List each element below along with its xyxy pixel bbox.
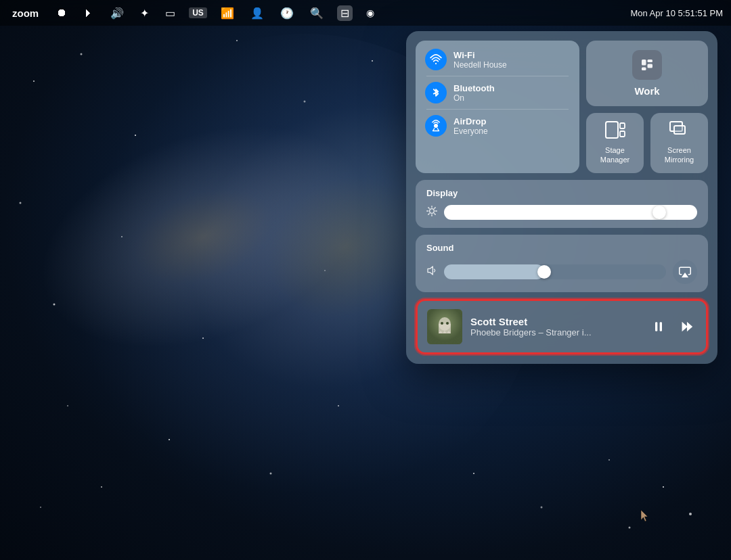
svg-point-23: [435, 63, 437, 64]
stage-manager-icon: [605, 121, 625, 141]
bluetooth-text: Bluetooth On: [453, 83, 495, 103]
svg-point-8: [202, 337, 204, 339]
svg-point-7: [53, 304, 56, 306]
volume-fill: [444, 264, 544, 279]
svg-marker-43: [428, 266, 433, 275]
svg-rect-53: [660, 322, 662, 331]
svg-line-40: [435, 214, 435, 214]
volume-icon[interactable]: 🔊: [108, 5, 127, 21]
battery-icon[interactable]: ▭: [162, 5, 178, 21]
menubar-time: Mon Apr 10 5:51:51 PM: [630, 8, 723, 18]
sound-section: Sound: [416, 235, 708, 292]
now-playing-controls: [649, 317, 696, 337]
bluetooth-icon-circle: [425, 82, 447, 103]
svg-rect-25: [642, 60, 646, 66]
svg-line-42: [428, 214, 429, 214]
screen-mirroring-icon: [669, 121, 690, 141]
svg-point-22: [324, 270, 326, 271]
svg-marker-55: [687, 321, 692, 331]
album-art: [427, 309, 462, 344]
volume-row: [426, 260, 697, 284]
svg-point-14: [541, 507, 543, 509]
account-icon[interactable]: 👤: [248, 5, 267, 21]
screen-mirroring-label: ScreenMirroring: [665, 145, 694, 165]
brightness-row: [426, 205, 697, 220]
playback-icon[interactable]: ⏵: [81, 5, 97, 20]
svg-point-9: [67, 405, 68, 406]
svg-marker-54: [682, 321, 688, 331]
bluetooth-subtitle: On: [453, 93, 495, 103]
svg-point-24: [434, 124, 438, 128]
wifi-subtitle: Needell House: [453, 60, 507, 70]
svg-point-3: [236, 40, 238, 41]
wifi-text: Wi-Fi Needell House: [453, 50, 507, 70]
icon-buttons-row: StageManager ScreenMirroring: [586, 113, 708, 173]
screen-mirroring-btn[interactable]: ScreenMirroring: [650, 113, 708, 173]
divider-1: [426, 76, 569, 76]
display-title: Display: [426, 188, 697, 198]
svg-rect-26: [648, 60, 653, 62]
now-playing-info: Scott Street Phoebe Bridgers – Stranger …: [470, 316, 641, 337]
svg-point-2: [135, 135, 136, 136]
menubar-left: zoom ⏺ ⏵ 🔊 ✦ ▭ US 📶 👤 🕐 🔍 ⊟ ◉: [8, 5, 630, 21]
svg-rect-28: [642, 68, 646, 71]
svg-point-21: [20, 202, 22, 204]
keyboard-badge[interactable]: US: [189, 7, 207, 18]
top-section: Wi-Fi Needell House Bluetooth On: [416, 41, 708, 173]
focus-icon: [632, 50, 662, 80]
svg-point-17: [689, 513, 692, 515]
svg-point-16: [663, 486, 664, 488]
brightness-thumb[interactable]: [652, 206, 666, 219]
brightness-slider[interactable]: [444, 205, 697, 220]
brightness-icon: [426, 206, 437, 218]
svg-point-5: [372, 60, 373, 62]
pause-button[interactable]: [649, 317, 668, 336]
now-playing-subtitle: Phoebe Bridgers – Stranger i...: [470, 327, 641, 337]
svg-rect-33: [674, 126, 685, 134]
skip-forward-button[interactable]: [676, 317, 696, 337]
search-icon[interactable]: 🔍: [307, 5, 326, 21]
svg-point-1: [81, 53, 83, 55]
airdrop-item[interactable]: AirDrop Everyone: [425, 115, 570, 137]
menubar-right: Mon Apr 10 5:51:51 PM: [630, 8, 723, 18]
stage-manager-btn[interactable]: StageManager: [586, 113, 644, 173]
airdrop-subtitle: Everyone: [453, 126, 488, 136]
stage-manager-label: StageManager: [600, 145, 629, 165]
now-playing-card[interactable]: Scott Street Phoebe Bridgers – Stranger …: [416, 299, 708, 354]
svg-rect-27: [648, 64, 653, 68]
now-playing-title: Scott Street: [470, 316, 641, 327]
sound-icon: [426, 265, 437, 278]
svg-point-34: [430, 209, 435, 214]
history-icon[interactable]: 🕐: [278, 5, 296, 21]
control-center-icon[interactable]: ⊟: [337, 5, 353, 21]
wifi-icon-circle: [425, 49, 447, 70]
svg-rect-31: [620, 131, 625, 137]
volume-thumb[interactable]: [537, 265, 551, 279]
svg-line-39: [428, 208, 429, 208]
bluetooth-item[interactable]: Bluetooth On: [425, 82, 570, 103]
wifi-item[interactable]: Wi-Fi Needell House: [425, 49, 570, 70]
airdrop-text: AirDrop Everyone: [453, 116, 488, 136]
siri-icon[interactable]: ◉: [363, 6, 377, 20]
app-name[interactable]: zoom: [8, 6, 43, 20]
desktop: zoom ⏺ ⏵ 🔊 ✦ ▭ US 📶 👤 🕐 🔍 ⊟ ◉ Mon Apr 10…: [0, 0, 731, 560]
svg-marker-44: [682, 273, 688, 277]
svg-point-6: [121, 236, 123, 237]
svg-point-11: [169, 439, 170, 440]
sound-title: Sound: [426, 243, 697, 253]
divider-2: [426, 109, 569, 110]
svg-rect-30: [620, 123, 625, 129]
focus-card[interactable]: Work: [586, 41, 708, 106]
svg-point-12: [338, 405, 339, 406]
volume-slider[interactable]: [444, 264, 666, 279]
svg-point-15: [608, 459, 610, 461]
svg-point-18: [629, 527, 631, 529]
airplay-button[interactable]: [673, 260, 697, 284]
screenrecord-icon[interactable]: ⏺: [53, 5, 70, 20]
bluetooth-menu-icon[interactable]: ✦: [137, 5, 152, 21]
connectivity-card[interactable]: Wi-Fi Needell House Bluetooth On: [416, 41, 579, 173]
svg-point-4: [304, 101, 306, 103]
svg-point-10: [270, 473, 272, 475]
wifi-menu-icon[interactable]: 📶: [218, 5, 237, 21]
svg-marker-49: [439, 331, 451, 333]
